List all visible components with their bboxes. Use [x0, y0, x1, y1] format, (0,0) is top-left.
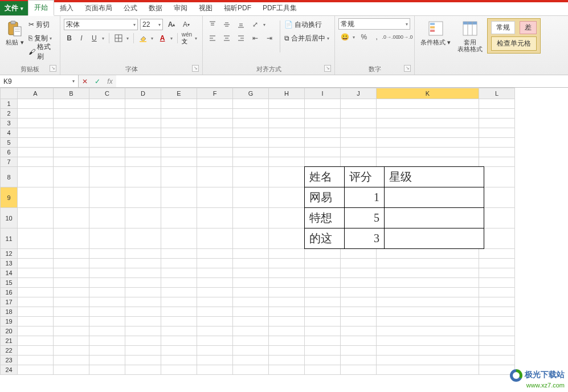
cell-D5[interactable]	[125, 138, 161, 148]
align-top-button[interactable]	[206, 19, 219, 30]
cell-B6[interactable]	[54, 148, 89, 157]
cell-F6[interactable]	[197, 148, 233, 157]
borders-dropdown[interactable]: ▾	[125, 36, 130, 41]
align-bottom-button[interactable]	[235, 19, 247, 30]
align-left-button[interactable]	[206, 32, 219, 44]
cell-I5[interactable]	[305, 138, 341, 148]
cell-G14[interactable]	[233, 268, 269, 278]
cell-E3[interactable]	[161, 119, 197, 128]
row-header-6[interactable]: 6	[1, 148, 18, 157]
cell-G8[interactable]	[233, 167, 269, 187]
cell-I1[interactable]	[305, 99, 341, 109]
row-header-7[interactable]: 7	[1, 157, 18, 167]
orientation-dropdown[interactable]: ▾	[261, 22, 267, 27]
cell-F7[interactable]	[197, 157, 233, 167]
format-painter-button[interactable]: 🖌 格式刷	[28, 46, 56, 58]
cell-L10[interactable]	[479, 208, 515, 228]
cell-I10[interactable]	[305, 208, 341, 228]
cell-H16[interactable]	[269, 288, 305, 297]
cell-D10[interactable]	[125, 208, 161, 228]
cell-K24[interactable]	[377, 365, 479, 375]
cell-F22[interactable]	[197, 346, 233, 356]
cell-F5[interactable]	[197, 138, 233, 148]
cell-C2[interactable]	[89, 109, 125, 119]
cell-K16[interactable]	[377, 288, 479, 297]
cell-C4[interactable]	[89, 128, 125, 138]
cell-A6[interactable]	[18, 148, 54, 157]
row-header-11[interactable]: 11	[1, 228, 18, 249]
col-header-F[interactable]: F	[197, 88, 233, 99]
cell-J23[interactable]	[341, 356, 377, 365]
cell-F10[interactable]	[197, 208, 233, 228]
cell-G5[interactable]	[233, 138, 269, 148]
tab-home[interactable]: 开始	[28, 0, 54, 16]
merge-center-button[interactable]: ⧉ 合并后居中▾	[284, 32, 329, 44]
cell-H22[interactable]	[269, 346, 305, 356]
style-bad[interactable]: 差	[520, 21, 537, 34]
cell-B20[interactable]	[54, 326, 89, 336]
cell-B7[interactable]	[54, 157, 89, 167]
cell-I15[interactable]	[305, 278, 341, 288]
col-header-I[interactable]: I	[305, 88, 341, 99]
cell-E10[interactable]	[161, 208, 197, 228]
cell-D23[interactable]	[125, 356, 161, 365]
formula-input[interactable]	[116, 75, 568, 87]
col-header-A[interactable]: A	[18, 88, 54, 99]
cell-D6[interactable]	[125, 148, 161, 157]
cell-L6[interactable]	[479, 148, 515, 157]
cell-H15[interactable]	[269, 278, 305, 288]
cell-A17[interactable]	[18, 297, 54, 307]
cell-E5[interactable]	[161, 138, 197, 148]
col-header-J[interactable]: J	[341, 88, 377, 99]
cell-D14[interactable]	[125, 268, 161, 278]
cell-C9[interactable]	[89, 187, 125, 208]
cell-E9[interactable]	[161, 187, 197, 208]
row-header-24[interactable]: 24	[1, 365, 18, 375]
cell-H18[interactable]	[269, 307, 305, 317]
cell-C12[interactable]	[89, 249, 125, 259]
cell-D20[interactable]	[125, 326, 161, 336]
cell-F12[interactable]	[197, 249, 233, 259]
cell-K3[interactable]	[377, 119, 479, 128]
cell-C3[interactable]	[89, 119, 125, 128]
cell-I4[interactable]	[305, 128, 341, 138]
number-launcher[interactable]: ↘	[404, 65, 411, 72]
cell-A21[interactable]	[18, 336, 54, 346]
cell-C23[interactable]	[89, 356, 125, 365]
cell-C10[interactable]	[89, 208, 125, 228]
cell-H3[interactable]	[269, 119, 305, 128]
cell-G12[interactable]	[233, 249, 269, 259]
cell-K13[interactable]	[377, 259, 479, 268]
cell-H6[interactable]	[269, 148, 305, 157]
cell-H20[interactable]	[269, 326, 305, 336]
cell-B15[interactable]	[54, 278, 89, 288]
row-header-4[interactable]: 4	[1, 128, 18, 138]
conditional-format-button[interactable]: 条件格式 ▾	[418, 18, 453, 47]
cell-L15[interactable]	[479, 278, 515, 288]
cell-G11[interactable]	[233, 228, 269, 249]
cell-H11[interactable]	[269, 228, 305, 249]
cell-J1[interactable]	[341, 99, 377, 109]
cell-E13[interactable]	[161, 259, 197, 268]
cell-L17[interactable]	[479, 297, 515, 307]
align-center-button[interactable]	[220, 32, 233, 44]
cell-H12[interactable]	[269, 249, 305, 259]
cell-F9[interactable]	[197, 187, 233, 208]
cell-A20[interactable]	[18, 326, 54, 336]
cell-F13[interactable]	[197, 259, 233, 268]
font-color-button[interactable]: A	[156, 32, 169, 44]
cell-A22[interactable]	[18, 346, 54, 356]
cell-D17[interactable]	[125, 297, 161, 307]
cell-G4[interactable]	[233, 128, 269, 138]
cell-A24[interactable]	[18, 365, 54, 375]
fx-button[interactable]: fx	[104, 75, 116, 87]
cell-E21[interactable]	[161, 336, 197, 346]
cell-K21[interactable]	[377, 336, 479, 346]
cell-J13[interactable]	[341, 259, 377, 268]
cell-C8[interactable]	[89, 167, 125, 187]
cell-G2[interactable]	[233, 109, 269, 119]
cell-H1[interactable]	[269, 99, 305, 109]
cell-B1[interactable]	[54, 99, 89, 109]
col-header-E[interactable]: E	[161, 88, 197, 99]
cell-I13[interactable]	[305, 259, 341, 268]
